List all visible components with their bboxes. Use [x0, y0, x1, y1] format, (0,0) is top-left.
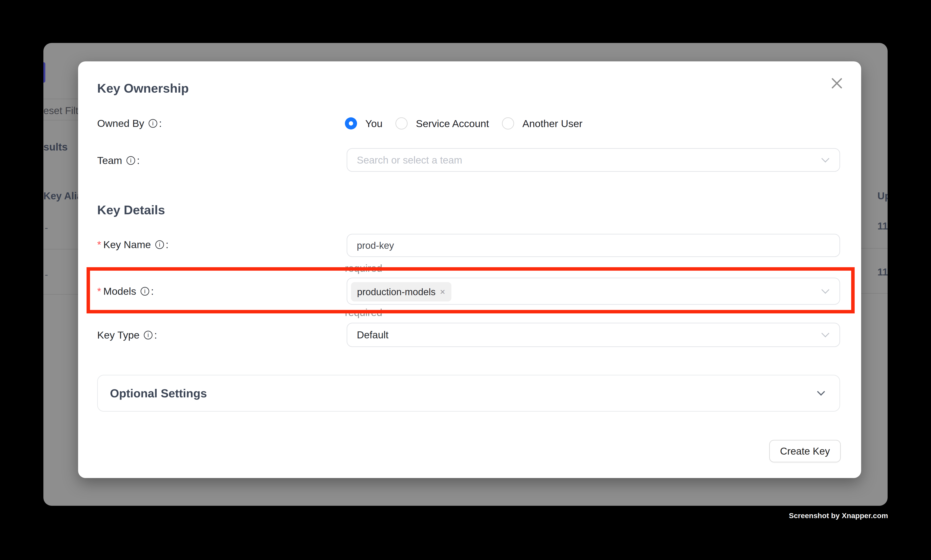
radio-label: Another User: [522, 118, 582, 129]
required-marker: *: [97, 238, 101, 251]
optional-settings-title: Optional Settings: [110, 386, 207, 400]
results-count-fragment: sults: [43, 140, 79, 154]
radio-circle: [502, 117, 514, 129]
annotation-highlight-box: [86, 267, 855, 314]
create-key-button-fragment: [43, 62, 45, 83]
team-label: Team i :: [97, 154, 140, 166]
key-name-label-text: Key Name: [103, 238, 151, 251]
key-alias-column-header: Key Alia: [43, 189, 79, 203]
radio-option-another-user[interactable]: Another User: [502, 117, 582, 129]
table-cell-updated: 11/: [877, 265, 888, 278]
reset-filters-fragment: eset Filt: [43, 103, 79, 118]
info-glyph: i: [148, 332, 149, 338]
create-key-button[interactable]: Create Key: [769, 440, 841, 462]
key-name-input[interactable]: prod-key: [347, 234, 840, 257]
owned-by-label: Owned By i :: [97, 117, 162, 129]
key-name-label: * Key Name i :: [97, 238, 169, 251]
table-cell-updated: 11/: [877, 220, 888, 232]
info-glyph: i: [130, 158, 131, 163]
info-icon[interactable]: i: [144, 331, 152, 339]
chevron-down-icon: [822, 154, 829, 162]
key-type-label: Key Type i :: [97, 329, 157, 341]
divider: [43, 99, 79, 99]
radio-option-service-account[interactable]: Service Account: [395, 117, 489, 129]
info-icon[interactable]: i: [149, 119, 157, 128]
team-label-text: Team: [97, 154, 122, 166]
info-glyph: i: [152, 121, 154, 126]
owned-by-radio-group: You Service Account Another User: [345, 117, 596, 130]
label-colon: :: [154, 329, 157, 341]
divider: [43, 249, 79, 249]
chevron-down-icon: [817, 388, 825, 396]
radio-circle: [395, 117, 408, 129]
radio-label: You: [365, 118, 382, 129]
updated-column-header: Up: [877, 189, 888, 203]
divider: [43, 294, 79, 295]
team-select[interactable]: Search or select a team: [347, 148, 840, 172]
info-icon[interactable]: i: [155, 240, 164, 249]
owned-by-label-text: Owned By: [97, 117, 144, 129]
info-icon[interactable]: i: [126, 156, 135, 165]
label-colon: :: [166, 238, 169, 251]
divider: [861, 248, 888, 249]
optional-settings-panel[interactable]: Optional Settings: [97, 375, 840, 412]
divider: [43, 120, 79, 120]
label-colon: :: [137, 154, 140, 166]
divider: [861, 293, 888, 294]
create-key-button-label: Create Key: [780, 445, 830, 457]
key-name-value: prod-key: [357, 240, 394, 251]
team-select-placeholder: Search or select a team: [357, 154, 462, 166]
key-type-value: Default: [357, 329, 388, 341]
key-type-label-text: Key Type: [97, 329, 140, 341]
table-cell-key-alias: -: [45, 221, 48, 234]
chevron-down-icon: [822, 329, 829, 337]
label-colon: :: [159, 117, 162, 129]
key-details-title: Key Details: [97, 203, 165, 217]
info-glyph: i: [159, 242, 160, 248]
radio-label: Service Account: [416, 118, 489, 129]
key-type-select[interactable]: Default: [347, 323, 840, 347]
close-icon[interactable]: [829, 75, 845, 91]
table-cell-key-alias: -: [45, 268, 48, 281]
page-background: eset Filt sults Key Alia Up - 11/ - 11/ …: [0, 0, 931, 560]
radio-option-you[interactable]: You: [345, 117, 382, 129]
radio-circle-selected: [345, 117, 357, 129]
key-ownership-title: Key Ownership: [97, 81, 189, 95]
watermark-text: Screenshot by Xnapper.com: [789, 511, 888, 520]
